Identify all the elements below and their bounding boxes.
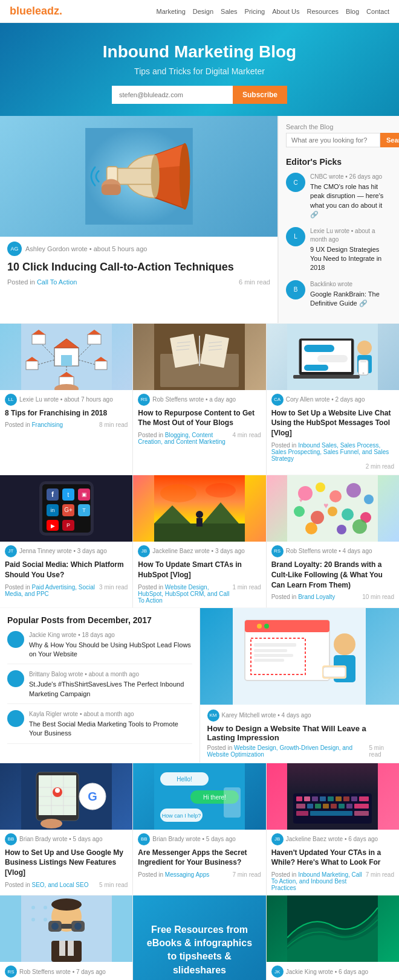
hero-form: Subscribe [12, 86, 387, 104]
franchise-tag[interactable]: Franchising [31, 421, 63, 428]
cta2-title[interactable]: Haven't Updated Your CTAs in a While? He… [267, 847, 399, 871]
svg-text:♥: ♥ [323, 501, 328, 510]
svg-point-91 [352, 519, 367, 534]
sales-q-author: Rob Steffens wrote • 7 days ago [19, 969, 106, 975]
popular-item-1: Jackie King wrote • 18 days ago Why & Ho… [7, 631, 192, 665]
cta2-tag[interactable]: Inbound Marketing, Call To Action, and I… [271, 871, 362, 891]
repurpose-tags: Posted in Blogging, Content Creation, an… [133, 431, 265, 449]
messenger-title[interactable]: Are Messenger Apps the Secret Ingredient… [133, 847, 265, 871]
svg-rect-170 [68, 941, 74, 956]
svg-point-105 [334, 633, 355, 655]
sidebar: Search the Blog Search Editor's Picks C … [278, 116, 399, 323]
nav-pricing[interactable]: Pricing [245, 8, 265, 15]
navbar: blueleadz. Marketing Design Sales Pricin… [0, 0, 399, 23]
svg-rect-17 [32, 335, 45, 344]
pick-title-3[interactable]: Google RankBrain: The Definitive Guide 🔗 [310, 290, 380, 307]
svg-rect-149 [354, 804, 369, 809]
featured-post: AG Ashley Gordon wrote • about 5 hours a… [0, 116, 277, 323]
svg-rect-31 [200, 333, 229, 367]
brand-tag[interactable]: Brand Loyalty [298, 594, 335, 600]
social-tag[interactable]: Paid Advertising, Social Media, and PPC [5, 584, 95, 597]
post-card-ctas: JB Jackeline Baez wrote • 3 days ago How… [133, 475, 265, 607]
ctas-title[interactable]: How To Update Smart CTAs in HubSpot [Vlo… [133, 559, 265, 583]
nav-sales[interactable]: Sales [221, 8, 238, 15]
featured-wide-image [200, 608, 400, 705]
social-author: Jenna Tinney wrote • 3 days ago [19, 548, 107, 554]
popular-link-3[interactable]: The Best Social Media Marketing Tools to… [29, 720, 178, 737]
svg-rect-43 [317, 355, 348, 362]
svg-rect-23 [95, 361, 107, 370]
hubspot-chat-title[interactable]: How to Set Up a Website Live Chat Using … [267, 407, 399, 441]
ctas-tag[interactable]: Website Design, HubSpot, HubSpot CRM, an… [138, 584, 229, 604]
repurpose-tag[interactable]: Blogging, Content Creation, and Content … [138, 432, 225, 445]
svg-text:▣: ▣ [81, 492, 86, 498]
hero-email-input[interactable] [112, 86, 233, 104]
google-title[interactable]: How to Set Up and Use Google My Business… [0, 847, 132, 880]
google-read-time: 5 min read [99, 882, 128, 888]
svg-text:in: in [50, 507, 54, 513]
nav-resources[interactable]: Resources [307, 8, 339, 15]
popular-link-2[interactable]: St.Jude's #ThisShirtSavesLives The Perfe… [29, 681, 184, 697]
posts-grid-row2: f t ▣ in G+ T ▶ P JT [0, 475, 399, 607]
hero-title: Inbound Marketing Blog [12, 42, 387, 62]
svg-rect-134 [304, 796, 310, 801]
featured-post-title[interactable]: 10 Click Inducing Call-to-Action Techniq… [0, 258, 277, 276]
nav-marketing[interactable]: Marketing [157, 8, 186, 15]
svg-rect-137 [328, 796, 334, 801]
popular-link-1[interactable]: Why & How You Should be Using HubSpot Le… [29, 641, 191, 658]
franchise-read-time: 8 min read [99, 421, 128, 428]
search-button[interactable]: Search [380, 133, 399, 147]
svg-point-166 [51, 923, 59, 930]
svg-rect-150 [296, 811, 308, 816]
svg-rect-151 [310, 811, 352, 816]
pick-title-2[interactable]: 9 UX Design Strategies You Need to Integ… [310, 246, 381, 272]
editors-picks-title: Editor's Picks [286, 157, 392, 167]
post-card-social: f t ▣ in G+ T ▶ P JT [0, 475, 132, 607]
messenger-tags: Posted in Messaging Apps 7 min read [133, 870, 265, 882]
messenger-tag[interactable]: Messaging Apps [165, 871, 209, 878]
svg-point-167 [74, 923, 82, 930]
svg-point-99 [264, 624, 269, 629]
svg-rect-108 [323, 667, 345, 677]
cta2-author: Jackeline Baez wrote • 6 days ago [286, 836, 378, 842]
svg-rect-133 [296, 796, 302, 801]
svg-text:G+: G+ [64, 507, 73, 513]
featured-tag-link[interactable]: Call To Action [37, 278, 77, 286]
featured-post-tags: Posted in Call To Action 6 min read [0, 276, 277, 290]
hubspot-chat-tag[interactable]: Inbound Sales, Sales Process, Sales Pros… [271, 442, 389, 462]
featured-wide-tags: Posted in Website Design, Growth-Driven … [207, 745, 392, 758]
featured-wide-title[interactable]: How to Design a Website That Will Leave … [207, 724, 392, 742]
featured-wide-tag[interactable]: Website Design, Growth-Driven Design, an… [207, 745, 353, 758]
nav-contact[interactable]: Contact [366, 8, 389, 15]
post-card-repurpose: RS Rob Steffens wrote • a day ago How to… [133, 324, 265, 475]
posts-grid-row1: LL Lexie Lu wrote • about 7 hours ago 8 … [0, 324, 399, 475]
svg-rect-139 [343, 796, 349, 801]
featured-wide-author: Karey Mitchell wrote • 4 days ago [222, 712, 311, 719]
repurpose-title[interactable]: How to Repurpose Content to Get The Most… [133, 407, 265, 431]
ctas-avatar: JB [138, 545, 150, 557]
nav-blog[interactable]: Blog [346, 8, 359, 15]
editors-picks: Editor's Picks C CNBC wrote • 26 days ag… [286, 157, 392, 309]
search-input[interactable] [286, 133, 380, 147]
svg-point-81 [329, 490, 342, 502]
franchise-image [0, 324, 132, 390]
franchise-avatar: LL [5, 394, 17, 406]
franchise-title[interactable]: 8 Tips for Franchising in 2018 [0, 407, 132, 421]
books-image [133, 324, 265, 390]
brand-title[interactable]: Brand Loyalty: 20 Brands with a Cult-Lik… [267, 559, 399, 592]
nav-design[interactable]: Design [193, 8, 213, 15]
popular-title: Popular Posts from December, 2017 [7, 615, 192, 625]
svg-rect-19 [88, 335, 101, 344]
svg-point-76 [196, 511, 203, 518]
google-tag[interactable]: SEO, and Local SEO [31, 882, 88, 888]
social-title[interactable]: Paid Social Media: Which Platform Should… [0, 559, 132, 583]
bottom-posts-row1: G BB Brian Brady wrote • 5 days ago How … [0, 763, 399, 895]
ctas-image [133, 475, 265, 542]
hero-subscribe-button[interactable]: Subscribe [233, 86, 287, 104]
svg-rect-136 [320, 796, 326, 801]
hubspot-chat-tags: Posted in Inbound Sales, Sales Process, … [267, 441, 399, 475]
pick-title-1[interactable]: The CMO's role has hit peak disruption —… [310, 183, 383, 218]
nav-links: Marketing Design Sales Pricing About Us … [157, 8, 389, 15]
lead-flow-meta: JK Jackie King wrote • 6 days ago [267, 962, 399, 979]
nav-about[interactable]: About Us [272, 8, 299, 15]
